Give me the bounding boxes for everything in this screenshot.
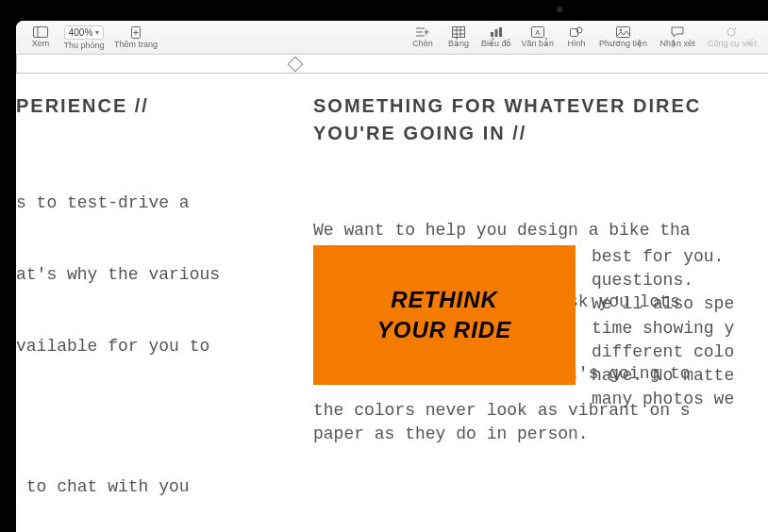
shape-button[interactable]: Hình	[559, 26, 593, 48]
right-below-text: the colors never look as vibrant on s pa…	[313, 399, 768, 446]
chevron-down-icon: ▾	[95, 28, 99, 37]
left-para-1: s to test-drive a at's why the various v…	[16, 144, 294, 406]
ruler[interactable]	[16, 55, 768, 74]
chart-icon	[490, 26, 503, 38]
svg-rect-10	[452, 27, 464, 38]
zoom-label: Thu phóng	[63, 41, 104, 50]
table-button[interactable]: Bảng	[442, 26, 476, 48]
ruler-marker[interactable]	[288, 57, 304, 73]
table-label: Bảng	[448, 39, 469, 48]
left-heading: PERIENCE //	[16, 92, 294, 120]
callout-text: RETHINK YOUR RIDE	[377, 285, 511, 346]
insert-label: Chèn	[412, 39, 433, 48]
media-icon	[616, 26, 630, 38]
text-label: Văn bản	[521, 39, 554, 48]
shape-icon	[570, 26, 583, 38]
insert-icon	[415, 26, 429, 38]
add-page-icon	[129, 26, 142, 39]
document-canvas[interactable]: PERIENCE // s to test-drive a at's why t…	[16, 74, 768, 532]
comment-button[interactable]: Nhận xét	[653, 26, 702, 48]
zoom-value: 400%	[69, 27, 93, 38]
device-bezel: Xem 400% ▾ Thu phóng Thêm trang	[0, 0, 768, 532]
sparkle-icon	[726, 26, 739, 38]
insert-button[interactable]: Chèn	[406, 26, 440, 48]
authoring-button[interactable]: Công cụ viết	[704, 26, 760, 48]
authoring-label: Công cụ viết	[708, 39, 757, 48]
shape-label: Hình	[567, 39, 585, 48]
camera-dot	[557, 7, 562, 12]
comment-icon	[671, 26, 684, 38]
chart-label: Biểu đồ	[481, 39, 512, 48]
zoom-control[interactable]: 400% ▾ Thu phóng	[59, 25, 109, 50]
toolbar: Xem 400% ▾ Thu phóng Thêm trang	[16, 21, 768, 55]
svg-text:A: A	[535, 28, 541, 37]
svg-rect-15	[491, 32, 493, 37]
svg-point-21	[576, 27, 582, 33]
right-wrap-text: best for you. questions. We'll also spe …	[592, 245, 768, 411]
panel-icon	[33, 26, 48, 38]
media-label: Phương tiện	[599, 39, 647, 48]
svg-rect-16	[495, 29, 498, 37]
left-para-2: to chat with you you're after and ght li…	[16, 428, 294, 532]
media-button[interactable]: Phương tiện	[595, 26, 651, 48]
table-icon	[452, 26, 465, 38]
svg-rect-0	[34, 27, 48, 38]
left-column: PERIENCE // s to test-drive a at's why t…	[16, 92, 294, 532]
svg-rect-22	[616, 27, 629, 38]
svg-point-24	[727, 28, 735, 36]
text-icon: A	[531, 26, 544, 38]
chart-button[interactable]: Biểu đồ	[477, 26, 516, 48]
app-window: Xem 400% ▾ Thu phóng Thêm trang	[16, 21, 768, 532]
view-label: Xem	[32, 39, 50, 48]
text-button[interactable]: A Văn bản	[517, 26, 558, 48]
right-heading: SOMETHING FOR WHATEVER DIREC YOU'RE GOIN…	[313, 92, 768, 147]
callout-box[interactable]: RETHINK YOUR RIDE	[313, 245, 576, 385]
comment-label: Nhận xét	[659, 39, 694, 48]
svg-point-23	[620, 29, 622, 31]
add-page-button[interactable]: Thêm trang	[110, 26, 161, 49]
add-page-label: Thêm trang	[114, 40, 158, 49]
svg-rect-17	[499, 27, 502, 37]
view-button[interactable]: Xem	[24, 26, 58, 48]
